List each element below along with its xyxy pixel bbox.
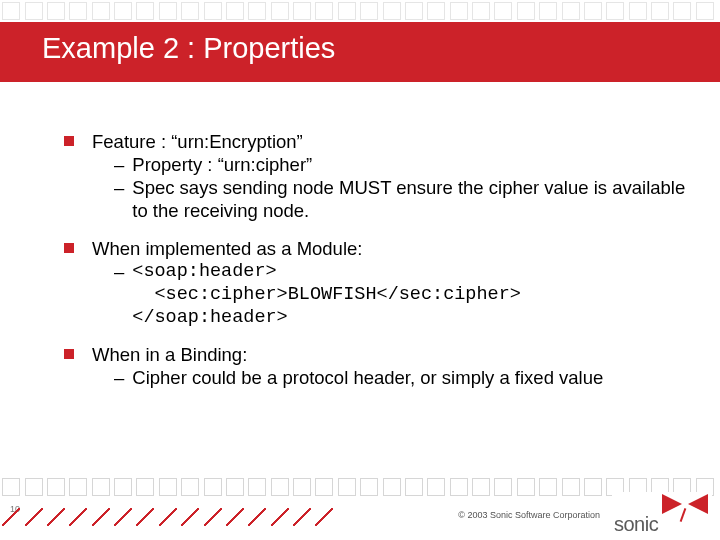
bullet-text: When implemented as a Module: (92, 237, 690, 260)
bullet: When implemented as a Module:–<soap:head… (64, 237, 690, 330)
body-content: Feature : “urn:Encryption”–Property : “u… (64, 130, 690, 403)
sub-bullet-text: <soap:header> <sec:cipher>BLOWFISH</sec:… (132, 260, 521, 329)
sub-bullet-text: Cipher could be a protocol header, or si… (132, 366, 603, 389)
bullet: Feature : “urn:Encryption”–Property : “u… (64, 130, 690, 223)
decorative-slashes (0, 508, 336, 526)
bullet-square-icon (64, 136, 74, 146)
bullet-square-icon (64, 349, 74, 359)
sub-bullet: –Spec says sending node MUST ensure the … (92, 176, 690, 222)
decorative-squares-top (0, 2, 720, 20)
bullet: When in a Binding:–Cipher could be a pro… (64, 343, 690, 389)
bullet-square-icon (64, 243, 74, 253)
dash-icon: – (114, 153, 124, 176)
bullet-text: When in a Binding: (92, 343, 690, 366)
copyright-text: © 2003 Sonic Software Corporation (454, 510, 604, 520)
logo-text: sonic (614, 513, 658, 536)
sub-bullet: –<soap:header> <sec:cipher>BLOWFISH</sec… (92, 260, 690, 329)
logo-bow-icon (662, 492, 708, 518)
bullet-text: Feature : “urn:Encryption” (92, 130, 690, 153)
sub-bullet-text: Property : “urn:cipher” (132, 153, 312, 176)
slide-title: Example 2 : Properties (42, 32, 335, 65)
sonic-logo: sonic (612, 492, 712, 536)
sub-bullet-text: Spec says sending node MUST ensure the c… (132, 176, 690, 222)
dash-icon: – (114, 366, 124, 389)
sub-bullet: –Property : “urn:cipher” (92, 153, 690, 176)
dash-icon: – (114, 260, 124, 283)
dash-icon: – (114, 176, 124, 199)
sub-bullet: –Cipher could be a protocol header, or s… (92, 366, 690, 389)
